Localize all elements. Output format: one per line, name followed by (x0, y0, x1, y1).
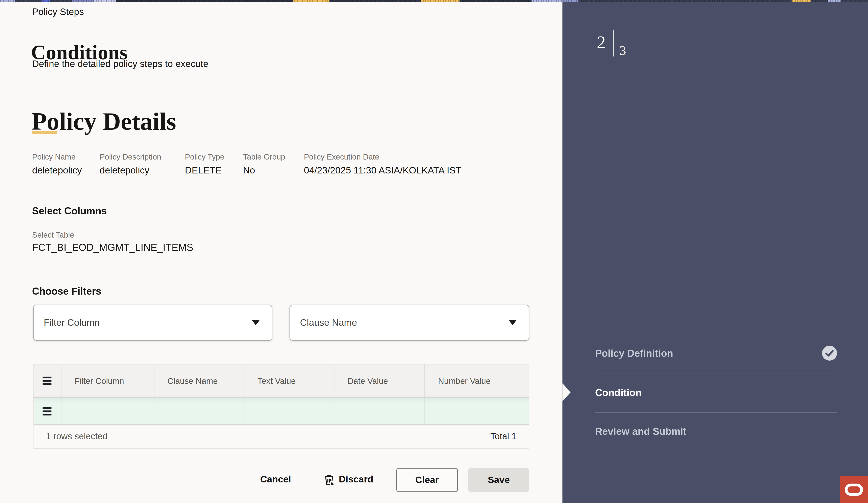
step-policy-definition[interactable]: Policy Definition (595, 348, 673, 360)
filters-table-footer: 1 rows selected Total 1 (33, 425, 529, 449)
discard-button[interactable]: Discard (324, 468, 373, 492)
total-rows-status: Total 1 (490, 432, 516, 441)
current-step-pointer (562, 383, 571, 401)
filter-column-dropdown[interactable]: Filter Column (33, 305, 272, 341)
field-policy-description: Policy Description deletepolicy (100, 152, 169, 176)
clause-name-dropdown-value: Clause Name (300, 317, 509, 328)
policy-steps-eyebrow: Policy Steps (32, 7, 84, 18)
step-progress-indicator: 2 3 (597, 29, 647, 68)
gold-accent-bar (32, 131, 57, 134)
table-row-selected[interactable] (33, 398, 529, 425)
rows-selected-status: 1 rows selected (46, 432, 107, 441)
oracle-o-icon (845, 484, 863, 496)
filters-table-header: Filter Column Clause Name Text Value Dat… (33, 364, 529, 398)
row-cell-clause-name[interactable] (154, 398, 244, 424)
field-label: Policy Type (185, 152, 227, 161)
field-value: DELETE (185, 165, 227, 176)
conditions-step-content: Policy Steps Conditions Define the detai… (0, 2, 562, 503)
clause-name-dropdown[interactable]: Clause Name (290, 305, 529, 341)
column-header-clause-name: Clause Name (154, 365, 244, 397)
row-cell-text-value[interactable] (244, 398, 334, 424)
filter-column-dropdown-value: Filter Column (44, 317, 252, 328)
row-cell-date-value[interactable] (334, 398, 425, 424)
choose-filters-heading: Choose Filters (32, 286, 101, 297)
step-divider (595, 373, 837, 373)
field-table-group: Table Group No (243, 152, 288, 176)
field-policy-execution-date: Policy Execution Date 04/23/2025 11:30 A… (304, 152, 461, 176)
wizard-train-panel: 2 3 Policy Definition Condition Review a… (562, 2, 868, 503)
oracle-logo (840, 476, 868, 503)
trash-icon (324, 474, 334, 486)
column-header-filter-column: Filter Column (61, 365, 154, 397)
step-review-and-submit[interactable]: Review and Submit (595, 426, 686, 438)
action-bar: Cancel Discard Clear Save (0, 468, 562, 493)
hamburger-icon[interactable] (43, 407, 52, 415)
current-step-number: 2 (597, 32, 606, 53)
select-table-value: FCT_BI_EOD_MGMT_LINE_ITEMS (32, 242, 193, 254)
filters-table: Filter Column Clause Name Text Value Dat… (33, 364, 529, 449)
policy-details-fields: Policy Name deletepolicy Policy Descript… (32, 152, 477, 176)
browser-artifact-strip (0, 0, 868, 2)
column-header-text-value: Text Value (244, 365, 334, 397)
field-policy-type: Policy Type DELETE (185, 152, 227, 176)
step-divider (595, 449, 837, 449)
select-columns-heading: Select Columns (32, 206, 107, 217)
step-condition[interactable]: Condition (595, 387, 642, 399)
field-value: deletepolicy (32, 165, 84, 176)
row-cell-filter-column[interactable] (61, 398, 154, 424)
check-circle-icon (822, 346, 837, 361)
clear-button[interactable]: Clear (396, 468, 458, 492)
field-policy-name: Policy Name deletepolicy (32, 152, 84, 176)
policy-wizard-app: Policy Steps Conditions Define the detai… (0, 0, 868, 503)
select-table-label: Select Table (32, 230, 74, 239)
page-subtitle: Define the detailed policy steps to exec… (32, 59, 208, 70)
column-header-number-value: Number Value (425, 365, 529, 397)
row-drag-handle-cell[interactable] (34, 398, 61, 424)
field-label: Policy Name (32, 152, 84, 161)
caret-down-icon (252, 320, 259, 325)
total-steps-number: 3 (619, 43, 626, 58)
save-button[interactable]: Save (468, 468, 529, 492)
field-value: deletepolicy (100, 165, 169, 176)
row-cell-number-value[interactable] (425, 398, 529, 424)
cancel-button[interactable]: Cancel (260, 468, 291, 492)
discard-button-label: Discard (339, 468, 373, 492)
column-header-date-value: Date Value (334, 365, 425, 397)
header-drag-handle-cell (34, 365, 61, 397)
field-value: 04/23/2025 11:30 ASIA/KOLKATA IST (304, 165, 461, 176)
caret-down-icon (509, 320, 516, 325)
step-divider (595, 412, 837, 413)
field-label: Policy Description (100, 152, 169, 161)
field-value: No (243, 165, 288, 176)
field-label: Policy Execution Date (304, 152, 461, 161)
field-label: Table Group (243, 152, 288, 161)
hamburger-icon (43, 376, 52, 384)
progress-divider-line (613, 30, 614, 57)
